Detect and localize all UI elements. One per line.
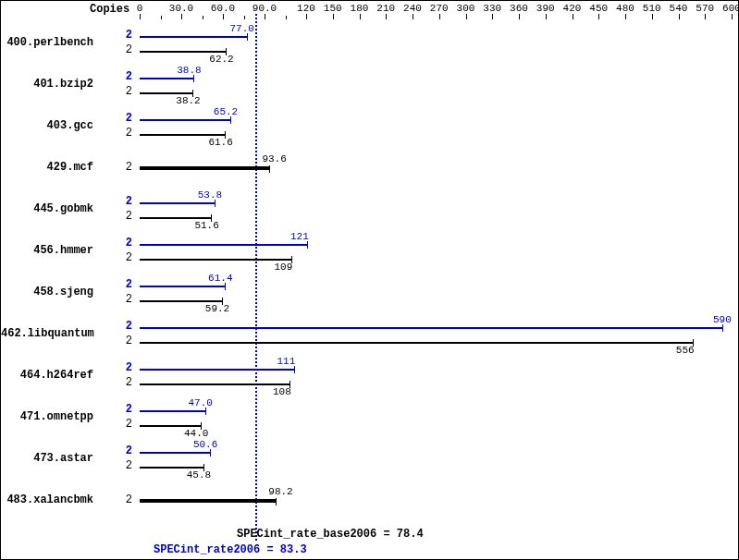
- value-base: 51.6: [194, 220, 218, 231]
- tick-label: 270: [430, 3, 449, 14]
- copies-base: 2: [119, 85, 132, 98]
- value-peak: 61.4: [208, 273, 232, 284]
- value-base: 59.2: [205, 303, 229, 314]
- tick-mark: [286, 16, 287, 19]
- bar-base: [140, 499, 276, 503]
- tick-mark: [573, 14, 573, 19]
- copies-peak: 2: [119, 361, 132, 374]
- bar-base: [140, 300, 222, 302]
- copies-base: 2: [119, 459, 132, 472]
- tick-label: 540: [670, 3, 688, 14]
- copies-base: 2: [119, 161, 132, 174]
- copies-base: 2: [119, 493, 132, 506]
- tick-label: 480: [616, 3, 634, 14]
- value-peak: 77.0: [230, 23, 254, 34]
- bar-peak: [140, 202, 215, 204]
- copies-header: Copies: [90, 3, 129, 16]
- tick-label: 390: [536, 3, 555, 14]
- benchmark-row: 445.gobmk253.8251.6: [1, 189, 738, 228]
- benchmark-row: 403.gcc265.2261.6: [1, 106, 738, 145]
- tick-label: 120: [297, 3, 315, 14]
- bar-peak: [140, 327, 722, 329]
- bar-base: [140, 51, 226, 53]
- tick-mark: [265, 14, 265, 19]
- benchmark-row: 401.bzip2238.8238.2: [1, 65, 738, 103]
- copies-peak: 2: [119, 29, 132, 42]
- tick-label: 360: [510, 3, 528, 14]
- value-peak: 590: [713, 314, 732, 325]
- bar-base: [140, 467, 203, 469]
- bar-peak: [140, 286, 225, 287]
- copies-peak: 2: [119, 278, 132, 291]
- benchmark-label: 458.sjeng: [1, 286, 93, 298]
- value-base: 38.2: [176, 95, 200, 106]
- tick-mark: [223, 14, 224, 19]
- tick-mark: [625, 14, 626, 19]
- benchmark-label: 462.libquantum: [1, 327, 93, 340]
- tick-label: 300: [457, 3, 475, 14]
- benchmark-row: 429.mcf293.6: [1, 148, 738, 187]
- tick-mark: [519, 14, 520, 19]
- copies-base: 2: [119, 251, 132, 264]
- bar-base: [140, 217, 211, 219]
- tick-mark: [732, 14, 733, 19]
- bar-peak: [140, 36, 247, 38]
- value-base: 61.6: [208, 137, 232, 148]
- tick-label: 330: [483, 3, 501, 14]
- bar-base: [140, 342, 693, 344]
- benchmark-row: 462.libquantum25902556: [1, 314, 738, 353]
- benchmark-label: 473.astar: [1, 452, 93, 465]
- tick-label: 150: [324, 3, 342, 14]
- bar-base: [140, 425, 201, 427]
- value-peak: 47.0: [189, 397, 213, 408]
- value-peak: 121: [290, 231, 309, 242]
- tick-label: 30.0: [169, 3, 193, 14]
- benchmark-row: 471.omnetpp247.0244.0: [1, 397, 738, 436]
- benchmark-label: 429.mcf: [1, 161, 93, 174]
- benchmark-label: 483.xalancbmk: [1, 493, 93, 506]
- copies-peak: 2: [119, 444, 132, 457]
- copies-base: 2: [119, 376, 132, 389]
- tick-mark: [492, 14, 493, 19]
- copies-peak: 2: [119, 320, 132, 333]
- value-base: 45.8: [187, 469, 211, 481]
- value-peak: 50.6: [193, 439, 217, 450]
- benchmark-label: 456.hmmer: [1, 244, 93, 257]
- benchmark-label: 403.gcc: [1, 119, 93, 132]
- tick-mark: [140, 14, 141, 19]
- tick-mark: [244, 16, 245, 19]
- tick-label: 210: [376, 3, 395, 14]
- bar-base: [140, 134, 225, 136]
- copies-base: 2: [119, 127, 132, 140]
- chart-frame: Copies 030.060.090.012015018021024027030…: [0, 0, 739, 560]
- value-base: 62.2: [209, 54, 233, 65]
- value-base: 108: [273, 386, 291, 397]
- tick-mark: [386, 14, 387, 19]
- footer-peak: SPECint_rate2006 = 83.3: [154, 543, 307, 556]
- copies-base: 2: [119, 293, 132, 306]
- copies-peak: 2: [119, 237, 132, 250]
- value-peak: 111: [277, 356, 296, 367]
- value-peak: 65.2: [214, 106, 238, 117]
- bar-base: [140, 259, 291, 261]
- tick-label: 60.0: [211, 3, 235, 14]
- tick-label: 510: [643, 3, 661, 14]
- tick-label: 180: [351, 3, 369, 14]
- benchmark-label: 445.gobmk: [1, 202, 93, 215]
- copies-base: 2: [119, 210, 132, 223]
- tick-label: 420: [563, 3, 582, 14]
- copies-peak: 2: [119, 403, 132, 416]
- copies-base: 2: [119, 418, 132, 431]
- benchmark-row: 464.h264ref21112108: [1, 356, 738, 395]
- copies-peak: 2: [119, 195, 132, 208]
- tick-mark: [333, 14, 334, 19]
- bar-base: [140, 92, 192, 94]
- value-base: 93.6: [262, 153, 286, 164]
- tick-label: 450: [589, 3, 608, 14]
- tick-mark: [466, 14, 467, 19]
- bar-peak: [140, 78, 193, 79]
- tick-mark: [598, 14, 599, 19]
- bar-peak: [140, 244, 307, 246]
- tick-mark: [413, 14, 413, 19]
- tick-mark: [705, 14, 706, 19]
